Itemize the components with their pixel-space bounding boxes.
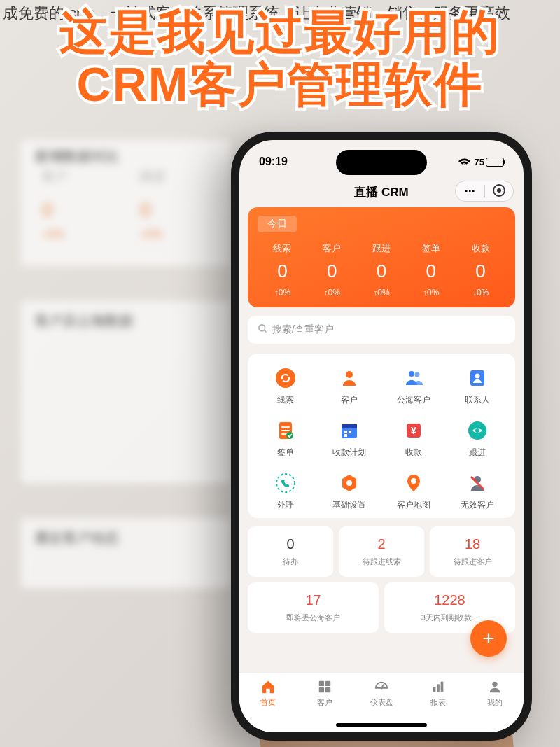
svg-rect-34 — [437, 684, 440, 692]
home-indicator — [336, 723, 427, 727]
public-customer-icon — [402, 366, 426, 390]
report-icon — [430, 678, 447, 695]
svg-point-0 — [259, 325, 265, 331]
svg-rect-29 — [319, 687, 324, 692]
grid-item-contact[interactable]: 联系人 — [446, 366, 510, 406]
search-icon — [258, 323, 268, 336]
today-stat[interactable]: 签单 0 ↑0% — [406, 242, 456, 298]
nav-profile[interactable]: 我的 — [467, 678, 524, 717]
svg-rect-14 — [344, 431, 347, 433]
svg-point-11 — [286, 432, 293, 439]
promo-headline: 这是我见过最好用的 CRM客户管理软件 — [0, 6, 560, 111]
grid-item-outcall[interactable]: 外呼 — [253, 471, 318, 511]
svg-rect-28 — [326, 681, 330, 686]
svg-point-24 — [411, 478, 416, 484]
grid-item-public-customer[interactable]: 公海客户 — [382, 366, 446, 406]
wifi-icon — [458, 157, 470, 167]
svg-point-23 — [346, 480, 352, 486]
notch — [336, 150, 427, 175]
svg-point-6 — [409, 371, 414, 377]
grid-item-order[interactable]: 签单 — [253, 419, 318, 459]
profile-icon — [486, 678, 503, 695]
lead-icon — [274, 366, 298, 390]
today-panel: 今日 线索 0 ↑0%客户 0 ↑0%跟进 0 ↑0%签单 0 ↑0%收款 0 … — [248, 207, 515, 307]
svg-line-1 — [264, 330, 266, 332]
task-card[interactable]: 17 即将丢公海客户 — [248, 582, 379, 633]
svg-point-3 — [281, 377, 283, 379]
svg-point-21 — [276, 474, 295, 492]
search-input[interactable]: 搜索/查重客户 — [248, 316, 515, 344]
today-stat[interactable]: 收款 0 ↓0% — [456, 242, 505, 298]
today-tab[interactable]: 今日 — [258, 216, 297, 232]
nav-dashboard[interactable]: 仪表盘 — [353, 678, 410, 717]
grid-item-payment-plan[interactable]: 收款计划 — [318, 419, 382, 459]
svg-rect-27 — [319, 681, 324, 686]
feature-grid: 线索 客户 公海客户 联系人 签单 收款计划¥ 收款 跟进 外呼 基础设置 客户… — [248, 354, 515, 518]
svg-text:¥: ¥ — [411, 424, 417, 436]
followup-icon — [465, 419, 489, 442]
svg-point-9 — [475, 374, 480, 379]
grid-item-followup[interactable]: 跟进 — [446, 419, 510, 459]
svg-rect-30 — [326, 687, 330, 692]
phone-frame: 09:19 75 直播 CRM ··· 今日 线索 — [231, 132, 532, 741]
grid-item-invalid-customer[interactable]: 无效客户 — [446, 471, 510, 511]
grid-item-payment[interactable]: ¥ 收款 — [382, 419, 446, 459]
map-icon — [402, 471, 426, 495]
grid-item-customer[interactable]: 客户 — [318, 366, 382, 406]
customers-icon — [316, 678, 333, 695]
svg-point-7 — [414, 372, 419, 377]
nav-home[interactable]: 首页 — [239, 678, 296, 717]
add-button[interactable]: + — [470, 620, 507, 657]
home-icon — [260, 678, 276, 695]
customer-icon — [337, 366, 361, 390]
svg-point-2 — [276, 368, 295, 388]
payment-icon: ¥ — [402, 419, 426, 442]
payment-plan-icon — [337, 419, 361, 442]
svg-rect-13 — [342, 424, 357, 428]
svg-rect-16 — [344, 434, 347, 437]
miniprogram-header: 直播 CRM ··· — [239, 176, 524, 207]
svg-point-36 — [493, 682, 498, 687]
task-card[interactable]: 2 待跟进线索 — [339, 526, 424, 577]
today-stat[interactable]: 线索 0 ↑0% — [258, 242, 307, 298]
svg-point-5 — [346, 371, 353, 378]
grid-item-settings[interactable]: 基础设置 — [318, 471, 382, 511]
capsule-menu-icon[interactable]: ··· — [456, 185, 484, 197]
miniprogram-capsule[interactable]: ··· — [455, 181, 514, 202]
task-card[interactable]: 18 待跟进客户 — [430, 526, 515, 577]
svg-rect-35 — [441, 682, 444, 692]
svg-rect-33 — [433, 687, 436, 692]
today-stat[interactable]: 客户 0 ↑0% — [307, 242, 357, 298]
contact-icon — [465, 366, 489, 390]
grid-item-lead[interactable]: 线索 — [253, 366, 318, 406]
battery-icon: 75 — [475, 157, 504, 167]
capsule-close-icon[interactable] — [485, 184, 514, 199]
svg-rect-15 — [349, 431, 351, 433]
order-icon — [274, 419, 298, 442]
nav-customers[interactable]: 客户 — [296, 678, 353, 717]
svg-point-20 — [475, 428, 479, 433]
grid-item-map[interactable]: 客户地图 — [382, 471, 446, 511]
nav-report[interactable]: 报表 — [410, 678, 467, 717]
status-time: 09:19 — [259, 155, 288, 168]
today-stat[interactable]: 跟进 0 ↑0% — [357, 242, 407, 298]
dashboard-icon — [373, 678, 390, 695]
outcall-icon — [274, 471, 298, 495]
svg-point-32 — [380, 687, 383, 690]
settings-icon — [337, 471, 361, 495]
invalid-customer-icon — [465, 471, 489, 495]
task-card[interactable]: 0 待办 — [248, 526, 333, 577]
app-title: 直播 CRM — [354, 184, 408, 200]
svg-point-4 — [288, 377, 290, 379]
